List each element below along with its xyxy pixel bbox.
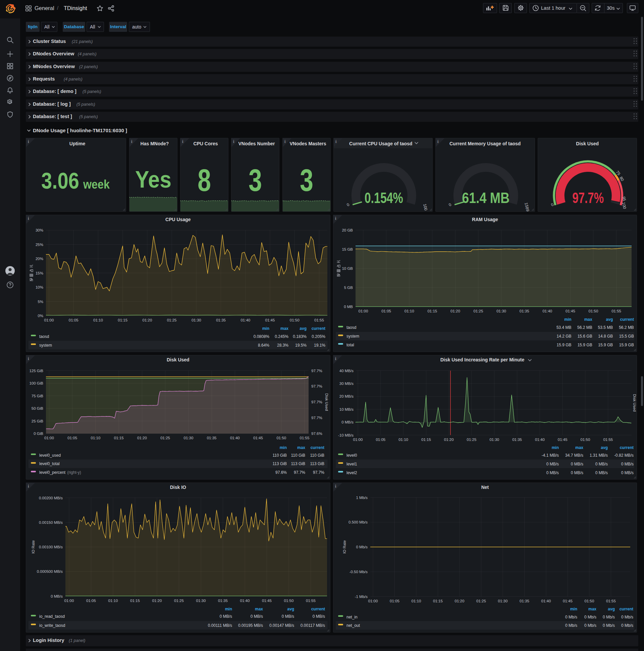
svg-text:5 GB: 5 GB	[344, 285, 353, 289]
svg-text:0 MB/s: 0 MB/s	[595, 461, 608, 466]
svg-text:01:45: 01:45	[265, 318, 275, 322]
svg-text:-0.82 MB/s: -0.82 MB/s	[614, 453, 634, 457]
svg-text:15.9 GB: 15.9 GB	[578, 343, 592, 347]
svg-text:01:35: 01:35	[512, 437, 522, 441]
svg-text:0 MB/s: 0 MB/s	[342, 420, 354, 424]
svg-text:53.4 MB: 53.4 MB	[556, 325, 572, 330]
svg-text:0 Mb/s: 0 Mb/s	[356, 545, 367, 549]
svg-text:14.8 GB: 14.8 GB	[598, 334, 613, 339]
svg-text:0.00147 MB/s: 0.00147 MB/s	[269, 623, 294, 627]
svg-text:97.7%: 97.7%	[313, 470, 324, 475]
svg-text:01:25: 01:25	[476, 599, 486, 603]
svg-text:current: current	[620, 317, 634, 322]
svg-text:19.5%: 19.5%	[295, 343, 307, 348]
svg-text:01:05: 01:05	[390, 599, 399, 603]
svg-text:100 GiB: 100 GiB	[29, 381, 43, 385]
svg-text:(right-y): (right-y)	[67, 470, 81, 475]
svg-text:-4.1 MB/s: -4.1 MB/s	[542, 453, 559, 457]
svg-text:01:25: 01:25	[467, 437, 477, 441]
svg-text:net_out: net_out	[347, 623, 360, 628]
svg-text:01:05: 01:05	[69, 318, 78, 322]
svg-text:0.000500 MB/s: 0.000500 MB/s	[37, 569, 63, 574]
svg-text:Has MNode?: Has MNode?	[140, 141, 169, 146]
svg-text:0: 0	[346, 202, 350, 207]
svg-text:1.31 MB/s: 1.31 MB/s	[590, 453, 608, 457]
svg-text:113 GiB: 113 GiB	[273, 461, 287, 466]
svg-text:0.00111 MB/s: 0.00111 MB/s	[208, 623, 232, 627]
svg-text:01:30: 01:30	[184, 436, 194, 440]
svg-text:01:45: 01:45	[563, 599, 573, 603]
svg-text:max: max	[588, 607, 597, 611]
svg-text:0 MB: 0 MB	[344, 305, 353, 309]
svg-text:01:55: 01:55	[300, 436, 310, 440]
svg-text:01:45: 01:45	[558, 437, 568, 441]
svg-text:15.9 GB: 15.9 GB	[619, 343, 634, 347]
svg-text:01:40: 01:40	[240, 318, 250, 322]
svg-text:CPU Usage: CPU Usage	[165, 217, 191, 222]
svg-text:01:35: 01:35	[218, 598, 228, 602]
svg-text:53.5 MB: 53.5 MB	[598, 325, 613, 330]
svg-text:75 GiB: 75 GiB	[32, 394, 43, 398]
svg-text:VNodes Masters: VNodes Masters	[289, 141, 326, 146]
svg-text:Current CPU Usage of taosd: Current CPU Usage of taosd	[349, 141, 412, 146]
svg-text:taosd: taosd	[347, 325, 356, 330]
svg-text:97.7%: 97.7%	[572, 189, 604, 206]
svg-text:01:05: 01:05	[67, 436, 77, 440]
svg-text:current: current	[311, 445, 324, 450]
svg-text:20 GB: 20 GB	[342, 228, 353, 232]
svg-text:110 GiB: 110 GiB	[291, 453, 305, 457]
svg-text:110 GiB: 110 GiB	[273, 453, 287, 457]
svg-text:01:55: 01:55	[603, 437, 613, 441]
svg-text:01:35: 01:35	[207, 436, 217, 440]
svg-text:01:10: 01:10	[91, 436, 101, 440]
svg-text:0 GiB: 0 GiB	[34, 432, 43, 436]
svg-text:total: total	[347, 343, 354, 347]
svg-text:0: 0	[448, 202, 452, 207]
svg-text:0 MB/s: 0 MB/s	[51, 594, 63, 598]
svg-text:25%: 25%	[36, 243, 43, 247]
svg-text:max: max	[255, 607, 263, 611]
svg-text:0.00200 MB/s: 0.00200 MB/s	[39, 496, 63, 500]
svg-text:level0_percent: level0_percent	[39, 470, 66, 475]
svg-text:01:15: 01:15	[114, 436, 124, 440]
svg-text:01:25: 01:25	[474, 309, 483, 313]
svg-text:0 Mb/s: 0 Mb/s	[621, 614, 633, 619]
svg-text:0 Mb/s: 0 Mb/s	[621, 623, 633, 628]
svg-text:level0_used: level0_used	[39, 453, 61, 457]
svg-text:15.9 GB: 15.9 GB	[557, 343, 572, 347]
svg-text:min: min	[552, 445, 559, 450]
svg-text:01:30: 01:30	[498, 599, 508, 603]
svg-text:01:40: 01:40	[230, 436, 240, 440]
svg-text:10 GB: 10 GB	[342, 267, 353, 271]
svg-text:01:20: 01:20	[455, 599, 464, 603]
svg-text:io_read_taosd: io_read_taosd	[39, 614, 65, 619]
svg-text:100: 100	[621, 202, 627, 209]
svg-text:100: 100	[422, 204, 428, 211]
svg-text:io_write_taosd: io_write_taosd	[39, 623, 65, 627]
svg-text:8.64%: 8.64%	[258, 343, 269, 348]
svg-text:01:00: 01:00	[359, 309, 368, 313]
svg-text:0 Mb/s: 0 Mb/s	[565, 614, 577, 619]
svg-text:avg: avg	[287, 607, 294, 611]
svg-text:Net: Net	[481, 484, 489, 490]
svg-text:0.245%: 0.245%	[275, 334, 288, 339]
svg-text:01:20: 01:20	[450, 309, 460, 313]
svg-text:RAM Usage: RAM Usage	[472, 217, 498, 222]
svg-text:-0.50 Mb/s: -0.50 Mb/s	[350, 569, 368, 574]
svg-text:10 MB/s: 10 MB/s	[340, 407, 354, 411]
svg-text:01:05: 01:05	[381, 309, 391, 313]
svg-text:level2: level2	[347, 470, 357, 475]
svg-text:3: 3	[300, 163, 313, 197]
svg-text:0.500 Mb/s: 0.500 Mb/s	[349, 520, 367, 524]
svg-text:0 MB/s: 0 MB/s	[621, 470, 634, 475]
svg-text:avg: avg	[299, 326, 307, 331]
svg-text:30 MB/s: 30 MB/s	[340, 381, 354, 385]
svg-text:10%: 10%	[36, 285, 43, 289]
svg-text:01:30: 01:30	[489, 437, 499, 441]
svg-text:97.6%: 97.6%	[276, 470, 287, 475]
svg-text:current: current	[619, 607, 633, 611]
svg-text:max: max	[584, 317, 592, 322]
svg-text:113 GiB: 113 GiB	[310, 461, 324, 466]
svg-text:01:05: 01:05	[86, 598, 96, 602]
svg-text:min: min	[564, 317, 571, 322]
